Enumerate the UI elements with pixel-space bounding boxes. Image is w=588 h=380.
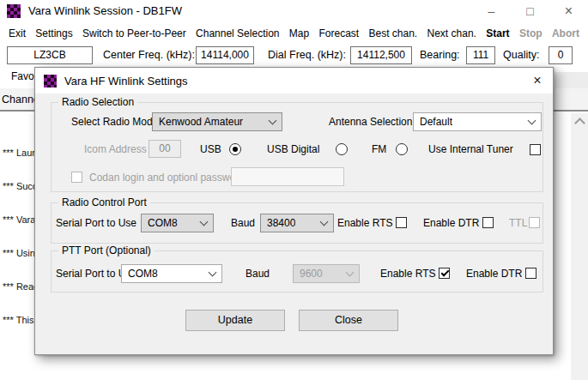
scroll-up-button[interactable]	[571, 113, 588, 129]
menu-item-map[interactable]: Map	[289, 27, 309, 39]
rcp-serial-port-label: Serial Port to Use	[56, 214, 136, 232]
close-button[interactable]: Close	[299, 310, 398, 331]
icom-address-label: Icom Address	[84, 140, 147, 159]
dialog-close-icon[interactable]: ×	[522, 69, 553, 92]
ptt-port-legend: PTT Port (Optional)	[58, 244, 155, 257]
menubar: Exit Settings Switch to Peer-to-Peer Cha…	[0, 22, 588, 45]
use-internal-tuner-label: Use Internal Tuner	[428, 140, 513, 159]
antenna-select[interactable]: Default	[413, 112, 542, 131]
chevron-down-icon	[528, 117, 536, 125]
chevron-down-icon	[346, 268, 355, 277]
settings-dialog: Vara HF Winlink Settings × Radio Selecti…	[34, 67, 554, 355]
toolbar: LZ3CB Center Freq. (kHz): 14114,000 Dial…	[0, 45, 588, 67]
codan-label: Codan login and optionl password:	[89, 168, 247, 187]
callsign-input[interactable]: LZ3CB	[7, 46, 93, 64]
dial-freq-label: Dial Freq. (kHz):	[268, 45, 346, 66]
antenna-selection-label: Antenna Selection	[329, 112, 412, 131]
quality-label: Quality:	[503, 45, 539, 66]
rcp-ttl-label: TTL	[509, 214, 527, 232]
rcp-serial-port-select[interactable]: COM8	[141, 214, 214, 232]
menu-item-best-chan[interactable]: Best chan.	[369, 27, 418, 39]
vertical-scrollbar[interactable]	[571, 113, 588, 380]
rcp-enable-rts-checkbox[interactable]	[396, 217, 407, 228]
codan-checkbox	[71, 172, 82, 183]
window-title: Vara Winlink Session - DB1FW	[28, 0, 182, 22]
window-controls: – □ ×	[472, 0, 588, 22]
radio-model-select[interactable]: Kenwood Amateur	[152, 112, 282, 131]
main-window: Vara Winlink Session - DB1FW – □ × Exit …	[0, 0, 588, 380]
background-panel-fragment	[555, 72, 588, 89]
rcp-baud-label: Baud	[231, 214, 255, 232]
menu-item-exit[interactable]: Exit	[9, 27, 26, 39]
rcp-baud-select[interactable]: 38400	[260, 214, 334, 232]
ptt-serial-port-value: COM8	[128, 268, 158, 280]
dialog-title: Vara HF Winlink Settings	[64, 75, 188, 87]
codan-password-input	[231, 167, 344, 186]
fm-radio-label: FM	[372, 140, 386, 159]
icom-address-input: 00	[149, 140, 181, 158]
fm-radio-button[interactable]	[396, 143, 408, 155]
chevron-up-icon	[574, 118, 585, 129]
update-button[interactable]: Update	[185, 310, 285, 331]
chevron-down-icon	[269, 117, 277, 125]
center-freq-input[interactable]: 14114,000	[196, 46, 254, 64]
menu-item-forecast[interactable]: Forecast	[318, 27, 359, 39]
ptt-enable-rts-label: Enable RTS	[380, 264, 435, 283]
dialog-app-icon	[44, 75, 57, 87]
quality-input[interactable]: 0	[549, 46, 573, 64]
ptt-enable-dtr-checkbox[interactable]	[525, 268, 536, 279]
usb-radio-label: USB	[200, 140, 221, 159]
menu-item-stop[interactable]: Stop	[519, 27, 543, 39]
center-freq-label: Center Freq. (kHz):	[103, 45, 195, 66]
rcp-enable-rts-label: Enable RTS	[337, 214, 392, 232]
ptt-enable-rts-checkbox[interactable]	[439, 268, 450, 279]
ptt-baud-label: Baud	[246, 264, 270, 283]
rcp-ttl-checkbox	[529, 217, 540, 228]
chevron-down-icon	[320, 218, 329, 226]
main-titlebar: Vara Winlink Session - DB1FW – □ ×	[0, 0, 588, 22]
ptt-enable-dtr-label: Enable DTR	[466, 264, 522, 283]
menu-item-channel-selection[interactable]: Channel Selection	[196, 27, 279, 39]
minimize-icon[interactable]: –	[472, 0, 511, 22]
rcp-baud-value: 38400	[267, 217, 295, 229]
usb-radio-button[interactable]	[229, 143, 241, 155]
rcp-serial-port-value: COM8	[148, 217, 178, 229]
menu-item-next-chan[interactable]: Next chan.	[427, 27, 476, 39]
chevron-down-icon	[200, 218, 209, 226]
menu-item-switch-peer[interactable]: Switch to Peer-to-Peer	[82, 27, 186, 39]
bearing-input[interactable]: 111	[466, 46, 495, 64]
chevron-down-icon	[209, 268, 217, 277]
radio-selection-legend: Radio Selection	[58, 96, 137, 109]
select-radio-model-label: Select Radio Model	[71, 112, 161, 131]
ptt-serial-port-select[interactable]: COM8	[121, 264, 222, 283]
rcp-enable-dtr-checkbox[interactable]	[482, 217, 494, 228]
dial-freq-input[interactable]: 14112,500	[350, 46, 412, 64]
close-icon[interactable]: ×	[549, 0, 588, 22]
antenna-value: Default	[420, 116, 452, 128]
app-icon	[7, 4, 21, 18]
usb-digital-radio-label: USB Digital	[267, 140, 319, 159]
menu-item-start[interactable]: Start	[486, 27, 509, 39]
radio-model-value: Kenwood Amateur	[159, 116, 243, 128]
usb-digital-radio-button[interactable]	[336, 143, 348, 155]
rcp-enable-dtr-label: Enable DTR	[423, 214, 479, 232]
menu-item-abort[interactable]: Abort	[552, 27, 579, 39]
use-internal-tuner-checkbox[interactable]	[530, 144, 541, 155]
radio-control-port-legend: Radio Control Port	[58, 196, 150, 209]
bearing-label: Bearing:	[420, 45, 460, 66]
maximize-icon[interactable]: □	[511, 0, 549, 22]
ptt-baud-select: 9600	[293, 264, 360, 283]
ptt-baud-value: 9600	[300, 268, 323, 280]
dialog-titlebar: Vara HF Winlink Settings ×	[35, 68, 553, 93]
menu-item-settings[interactable]: Settings	[35, 27, 72, 39]
